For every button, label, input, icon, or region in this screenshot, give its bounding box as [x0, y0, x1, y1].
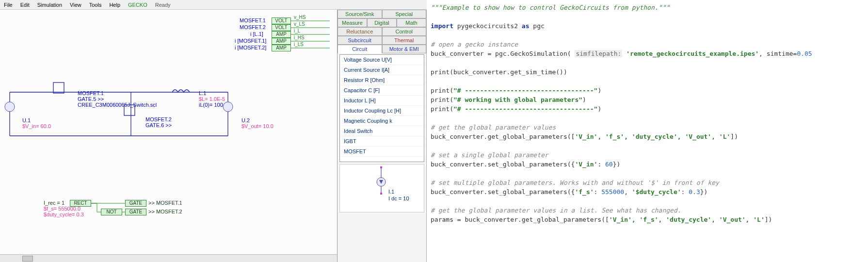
tab-digital[interactable]: Digital	[367, 18, 397, 27]
list-item[interactable]: Ideal Switch	[340, 126, 424, 136]
tab-measure[interactable]: Measure	[338, 18, 367, 27]
tab-control[interactable]: Control	[382, 27, 427, 36]
tab-subcircuit[interactable]: Subcircuit	[338, 36, 382, 45]
svg-rect-22	[380, 166, 382, 168]
scope-box-0[interactable]: VOLT	[272, 17, 291, 24]
scope-label-0: MOSFET.1	[240, 17, 266, 23]
status-ready-label: Ready	[151, 1, 175, 9]
mosfet2-gate-label: GATE.6 >>	[145, 122, 172, 128]
gate1-block[interactable]: GATE	[125, 200, 146, 207]
menu-help[interactable]: Help	[105, 1, 124, 9]
code-editor[interactable]: """Example to show how to control GeckoC…	[427, 0, 868, 262]
scope-net-3: i_HS	[294, 35, 305, 40]
scope-label-4: i [MOSFET.2]	[235, 45, 266, 50]
list-item[interactable]: Current Source I[A]	[340, 65, 424, 75]
list-item[interactable]: Voltage Source U[V]	[340, 55, 424, 65]
not-block[interactable]: NOT	[101, 209, 122, 215]
u1-value-label: $V_in= 60.0	[22, 123, 51, 129]
menu-file[interactable]: File	[0, 1, 16, 9]
rect-block[interactable]: RECT	[70, 200, 91, 207]
preview-label-2: I dc = 10	[388, 196, 409, 201]
menu-tools[interactable]: Tools	[85, 1, 106, 9]
scope-net-0: v_HS	[294, 15, 305, 20]
list-item[interactable]: Capacitor C [F]	[340, 85, 424, 96]
scope-net-1: v_LS	[294, 21, 305, 27]
list-item[interactable]: Inductor L [H]	[340, 96, 424, 106]
tab-source-sink[interactable]: Source/Sink	[338, 10, 382, 18]
inductor-label: L.1	[199, 90, 206, 96]
inductor-ic-label: iL(0)= 100	[199, 102, 223, 108]
tab-thermal[interactable]: Thermal	[382, 36, 427, 45]
u2-value-label: $V_out= 10.0	[241, 123, 273, 129]
preview-label-1: I.1	[388, 189, 394, 195]
tab-reluctance[interactable]: Reluctance	[338, 27, 382, 36]
mosfet2-label: MOSFET.2	[145, 116, 172, 122]
u1-label: U.1	[22, 117, 31, 123]
list-item[interactable]: IGBT	[340, 136, 424, 147]
u2-label: U.2	[241, 117, 250, 123]
mosfet1-gate-label: GATE.5 >>	[78, 96, 104, 102]
component-list[interactable]: Voltage Source U[V] Current Source I[A] …	[339, 54, 424, 162]
scope-label-1: MOSFET.2	[240, 24, 266, 30]
schematic-canvas[interactable]: MOSFET.1 MOSFET.2 i [L.1] i [MOSFET.1] i…	[0, 10, 338, 262]
list-item[interactable]: Resistor R [Ohm]	[340, 75, 424, 85]
tab-special[interactable]: Special	[382, 10, 427, 18]
tab-motor-emi[interactable]: Motor & EMI	[382, 45, 427, 53]
svg-rect-10	[53, 82, 64, 93]
scope-net-2: i_L	[294, 28, 300, 33]
inductor-value-label: $L= 1.0E-5	[199, 96, 225, 102]
list-item[interactable]: MOSFET	[340, 147, 424, 157]
scope-box-3[interactable]: AMP	[272, 38, 291, 45]
svg-point-12	[5, 102, 15, 112]
svg-point-13	[223, 102, 233, 112]
scope-box-1[interactable]: VOLT	[272, 24, 291, 31]
component-palette: Source/Sink Special Measure Digital Math…	[338, 10, 427, 262]
scope-label-3: i [MOSFET.1]	[235, 38, 266, 44]
component-preview: I.1 I dc = 10	[339, 164, 424, 213]
list-item[interactable]: Magnetic Coupling k	[340, 116, 424, 126]
scope-box-2[interactable]: AMP	[272, 31, 291, 38]
menu-edit[interactable]: Edit	[16, 1, 33, 9]
gate2-block[interactable]: GATE	[125, 209, 146, 215]
scope-net-4: i_LS	[294, 42, 304, 47]
mosfet1-label: MOSFET.1	[78, 90, 104, 96]
mosfet1-model-label: CREE_C3M0060065J_Switch.scl	[78, 102, 157, 108]
svg-rect-23	[380, 193, 382, 195]
menu-simulation[interactable]: Simulation	[33, 1, 66, 9]
tab-math[interactable]: Math	[397, 18, 426, 27]
app-name-label: GECKO	[124, 1, 151, 9]
out2-label: >> MOSFET.2	[148, 209, 182, 214]
rec-label: I_rec = 1	[44, 200, 64, 206]
scope-label-2: i [L.1]	[250, 31, 263, 37]
list-item[interactable]: Inductor Coupling Lc [H]	[340, 106, 424, 116]
out1-label: >> MOSFET.1	[148, 200, 182, 206]
scope-box-4[interactable]: AMP	[272, 45, 291, 51]
menu-view[interactable]: View	[66, 1, 85, 9]
tab-circuit[interactable]: Circuit	[338, 45, 382, 53]
dc-label: $duty_cycle= 0.3	[44, 212, 84, 217]
